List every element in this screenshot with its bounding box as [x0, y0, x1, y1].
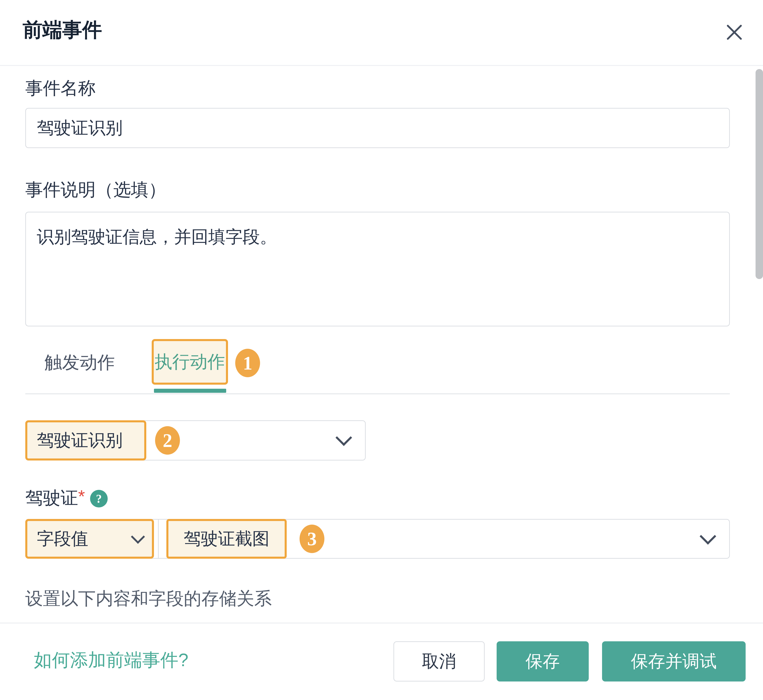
step-badge-3: 3	[300, 525, 324, 553]
storage-relation-hint: 设置以下内容和字段的存储关系	[25, 588, 272, 609]
event-name-input[interactable]	[25, 108, 730, 148]
header-divider	[0, 65, 763, 66]
source-type-select-highlight[interactable]: 字段值	[25, 519, 154, 559]
close-icon	[725, 23, 744, 42]
segment-divider	[158, 520, 159, 558]
step-badge-3-number: 3	[307, 528, 317, 550]
source-type-select-value: 字段值	[37, 527, 88, 550]
step-badge-1-number: 1	[243, 352, 252, 374]
license-label: 驾驶证	[25, 488, 78, 508]
help-icon-glyph: ?	[96, 492, 102, 505]
license-label-row: 驾驶证*	[25, 488, 85, 508]
step-badge-2: 2	[155, 426, 180, 455]
close-button[interactable]	[724, 22, 745, 43]
event-desc-textarea[interactable]: 识别驾驶证信息，并回填字段。	[25, 212, 730, 327]
action-select-highlight[interactable]: 驾驶证识别	[25, 420, 146, 461]
help-icon[interactable]: ?	[90, 490, 108, 508]
step-badge-2-number: 2	[163, 430, 172, 452]
cancel-button[interactable]: 取消	[394, 641, 485, 681]
tab-execute-action[interactable]: 执行动作	[152, 339, 228, 384]
event-name-label: 事件名称	[25, 78, 96, 98]
tab-trigger-action[interactable]: 触发动作	[44, 352, 115, 372]
required-asterisk: *	[78, 486, 85, 506]
frontend-event-dialog: 前端事件 事件名称 事件说明（选填） 识别驾驶证信息，并回填字段。 触发动作 执…	[0, 0, 763, 700]
save-button[interactable]: 保存	[497, 641, 589, 681]
scrollbar-thumb[interactable]	[755, 69, 763, 279]
action-select-value: 驾驶证识别	[37, 429, 123, 452]
tab-execute-action-label: 执行动作	[155, 350, 225, 374]
event-desc-label: 事件说明（选填）	[25, 180, 166, 200]
page-title: 前端事件	[23, 16, 102, 43]
chevron-down-icon	[700, 528, 716, 545]
chevron-down-icon	[131, 530, 145, 544]
step-badge-1: 1	[235, 349, 260, 377]
save-and-debug-button[interactable]: 保存并调试	[602, 641, 746, 681]
active-tab-underline	[154, 389, 226, 393]
tabs-divider	[25, 393, 730, 394]
how-to-add-event-link[interactable]: 如何添加前端事件?	[34, 649, 189, 671]
field-chip-value: 驾驶证截图	[184, 527, 269, 550]
chevron-down-icon	[335, 429, 352, 446]
field-chip-highlight[interactable]: 驾驶证截图	[166, 519, 287, 559]
